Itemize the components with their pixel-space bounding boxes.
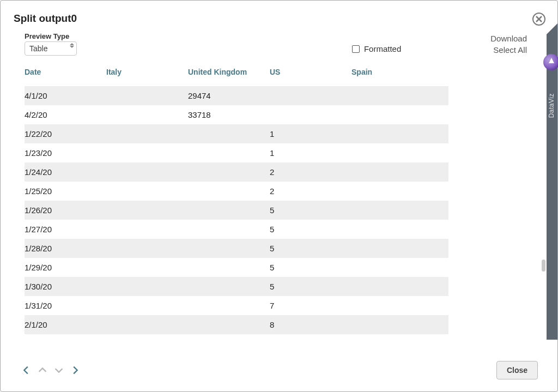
cell-italy: [106, 86, 188, 105]
preview-type-select[interactable]: Table: [25, 41, 77, 56]
cell-us: 5: [270, 201, 351, 220]
cell-spain: [351, 277, 448, 296]
preview-type-value: Table: [29, 44, 47, 53]
table-row: 1/28/205: [25, 239, 448, 258]
cell-italy: [106, 143, 188, 162]
cell-date: 1/31/20: [25, 296, 106, 315]
cell-uk: [188, 162, 270, 182]
cell-italy: [106, 124, 188, 143]
modal-header: Split output0: [1, 1, 557, 25]
table-row: 1/22/201: [25, 124, 448, 143]
col-header-us[interactable]: US: [270, 63, 351, 86]
col-header-uk[interactable]: United Kingdom: [188, 63, 270, 86]
cell-date: 2/1/20: [25, 315, 106, 334]
cell-uk: [188, 239, 270, 258]
cell-spain: [351, 162, 448, 182]
cell-italy: [106, 162, 188, 182]
cell-spain: [351, 201, 448, 220]
cell-spain: [351, 220, 448, 239]
download-link[interactable]: Download: [490, 34, 527, 43]
cell-us: 8: [270, 315, 351, 334]
cell-spain: [351, 239, 448, 258]
scrollbar-thumb[interactable]: [542, 260, 545, 272]
formatted-toggle: Formatted: [352, 44, 401, 56]
formatted-checkbox[interactable]: [352, 45, 360, 53]
cell-uk: 33718: [188, 105, 270, 124]
table-row: 4/2/2033718: [25, 105, 448, 124]
col-header-italy[interactable]: Italy: [106, 63, 188, 86]
toolbar: Preview Type Table Formatted Download Se…: [1, 25, 557, 56]
cell-us: 5: [270, 277, 351, 296]
table-row: 2/1/208: [25, 315, 448, 334]
cell-uk: [188, 124, 270, 143]
footer: Close: [1, 350, 557, 391]
table-row: 1/29/205: [25, 258, 448, 277]
page-down-icon[interactable]: [53, 364, 65, 376]
close-icon[interactable]: [532, 13, 545, 26]
cell-us: [270, 105, 351, 124]
dataviz-icon[interactable]: [543, 54, 558, 70]
cell-date: 1/25/20: [25, 182, 106, 201]
cell-us: 1: [270, 143, 351, 162]
cell-uk: [188, 201, 270, 220]
preview-type: Preview Type Table: [25, 32, 77, 56]
cell-date: 1/22/20: [25, 124, 106, 143]
cell-date: 1/28/20: [25, 239, 106, 258]
preview-type-label: Preview Type: [25, 32, 77, 40]
modal: Split output0 Preview Type Table Formatt…: [0, 0, 558, 392]
close-button[interactable]: Close: [496, 361, 538, 379]
col-header-date[interactable]: Date: [25, 63, 106, 86]
side-tab-fold: [547, 23, 557, 34]
cell-us: 2: [270, 182, 351, 201]
select-all-link[interactable]: Select All: [493, 45, 527, 55]
cell-italy: [106, 220, 188, 239]
page-last-icon[interactable]: [69, 364, 81, 376]
cell-spain: [351, 258, 448, 277]
cell-italy: [106, 315, 188, 334]
cell-uk: [188, 143, 270, 162]
table-header-row: Date Italy United Kingdom US Spain: [25, 63, 448, 86]
cell-us: 5: [270, 239, 351, 258]
table-row: 1/31/207: [25, 296, 448, 315]
cell-spain: [351, 124, 448, 143]
modal-title: Split output0: [14, 13, 544, 25]
table-row: 1/27/205: [25, 220, 448, 239]
side-tab-label: DataViz: [548, 93, 556, 118]
cell-date: 1/27/20: [25, 220, 106, 239]
cell-italy: [106, 239, 188, 258]
cell-us: 2: [270, 162, 351, 182]
cell-us: 5: [270, 220, 351, 239]
table-row: 1/24/202: [25, 162, 448, 182]
cell-italy: [106, 296, 188, 315]
table-area: Date Italy United Kingdom US Spain 4/1/2…: [25, 63, 547, 350]
cell-uk: [188, 277, 270, 296]
cell-us: 7: [270, 296, 351, 315]
table-scroll[interactable]: Date Italy United Kingdom US Spain 4/1/2…: [25, 63, 547, 350]
cell-date: 1/29/20: [25, 258, 106, 277]
cell-spain: [351, 315, 448, 334]
cell-date: 1/23/20: [25, 143, 106, 162]
cell-spain: [351, 105, 448, 124]
col-header-spain[interactable]: Spain: [351, 63, 448, 86]
cell-uk: [188, 258, 270, 277]
cell-italy: [106, 277, 188, 296]
pager: [20, 364, 81, 376]
page-first-icon[interactable]: [20, 364, 32, 376]
cell-italy: [106, 182, 188, 201]
cell-date: 4/1/20: [25, 86, 106, 105]
cell-us: 1: [270, 124, 351, 143]
cell-spain: [351, 182, 448, 201]
cell-italy: [106, 201, 188, 220]
formatted-label: Formatted: [364, 44, 401, 53]
table-row: 4/1/2029474: [25, 86, 448, 105]
data-table: Date Italy United Kingdom US Spain 4/1/2…: [25, 63, 448, 334]
table-row: 1/23/201: [25, 143, 448, 162]
cell-date: 1/24/20: [25, 162, 106, 182]
cell-uk: [188, 220, 270, 239]
right-links: Download Select All: [490, 34, 527, 56]
cell-uk: [188, 182, 270, 201]
cell-spain: [351, 86, 448, 105]
page-up-icon[interactable]: [37, 364, 48, 376]
cell-date: 1/26/20: [25, 201, 106, 220]
side-tab[interactable]: DataViz: [547, 34, 557, 340]
